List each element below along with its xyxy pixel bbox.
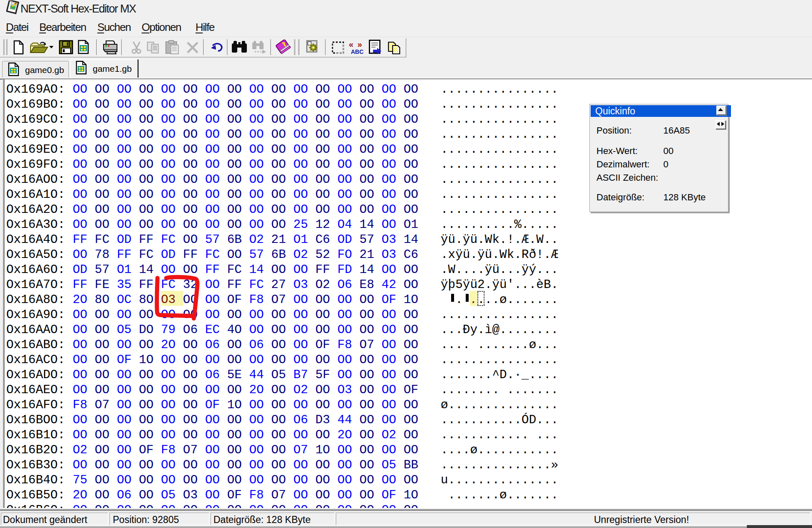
svg-text:« »: « »	[349, 40, 363, 49]
svg-text:ABC: ABC	[351, 48, 363, 55]
